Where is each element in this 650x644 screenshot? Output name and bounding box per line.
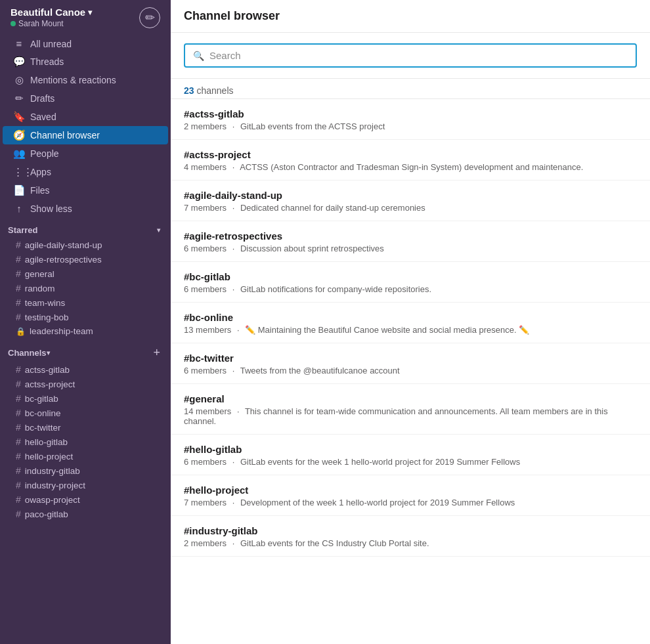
starred-toggle-icon: ▾ [157,226,160,234]
sidebar-item-threads[interactable]: 💬 Threads [3,53,168,71]
channel-industry-gitlab[interactable]: #industry-gitlab [0,463,171,478]
search-container: 🔍 [171,33,650,79]
all-unread-icon: ≡ [13,38,25,49]
channel-row-hello-project[interactable]: #hello-project 7 members · Development o… [171,475,650,516]
channel-meta: 4 members · ACTSS (Aston Contractor and … [184,162,637,172]
starred-channel-testing-bob[interactable]: # testing-bob [0,310,171,324]
channel-meta: 6 members · Tweets from the @beautifulca… [184,366,637,376]
channel-row-agile-daily[interactable]: #agile-daily-stand-up 7 members · Dedica… [171,181,650,221]
starred-channel-agile-retro[interactable]: # agile-retrospectives [0,252,171,267]
compose-button[interactable]: ✏ [139,7,160,28]
hash-icon: # [16,297,21,308]
sidebar-item-show-less[interactable]: ↑ Show less [3,200,168,217]
workspace-info: Beautiful Canoe ▾ Sarah Mount [11,7,92,28]
channel-actss-project[interactable]: #actss-project [0,377,171,391]
hash-icon: # [16,312,21,322]
starred-section-header[interactable]: Starred ▾ [0,217,171,238]
channel-bc-twitter[interactable]: #bc-twitter [0,420,171,435]
drafts-icon: ✏ [13,93,25,104]
channels-section-header[interactable]: Channels ▾ + [0,338,171,362]
show-less-icon: ↑ [13,203,25,214]
channel-name: #agile-daily-stand-up [184,190,637,201]
channel-name: #bc-twitter [184,353,637,364]
sidebar-item-files[interactable]: 📄 Files [3,181,168,200]
workspace-header: Beautiful Canoe ▾ Sarah Mount ✏ [0,0,171,32]
hash-icon: # [16,393,21,404]
channel-hello-project[interactable]: #hello-project [0,449,171,463]
files-icon: 📄 [13,184,25,196]
sidebar-item-apps[interactable]: ⋮⋮ Apps [3,163,168,181]
workspace-name[interactable]: Beautiful Canoe ▾ [11,7,92,18]
workspace-chevron-icon: ▾ [88,8,92,17]
threads-icon: 💬 [13,56,25,68]
channel-bc-gitlab[interactable]: #bc-gitlab [0,391,171,406]
channel-meta: 7 members · Development of the week 1 he… [184,498,637,507]
sidebar-item-channel-browser[interactable]: 🧭 Channel browser [3,126,168,144]
hash-icon: # [16,240,21,250]
channel-meta: 6 members · Discussion about sprint retr… [184,244,637,253]
sidebar-nav: ≡ All unread 💬 Threads ◎ Mentions & reac… [0,35,171,217]
hash-icon: # [16,451,21,462]
channel-owasp-project[interactable]: #owasp-project [0,492,171,507]
channels-list-main: #actss-gitlab 2 members · GitLab events … [171,99,650,644]
channel-paco-gitlab[interactable]: #paco-gitlab [0,507,171,521]
hash-icon: # [16,268,21,279]
channel-name: #hello-project [184,484,637,496]
channel-name: #actss-gitlab [184,108,637,119]
channel-browser-icon: 🧭 [13,129,25,141]
sidebar-item-saved[interactable]: 🔖 Saved [3,108,168,126]
channel-row-actss-project[interactable]: #actss-project 4 members · ACTSS (Aston … [171,140,650,181]
hash-icon: # [16,465,21,476]
starred-channel-agile-daily[interactable]: # agile-daily-stand-up [0,238,171,252]
main-content: Channel browser 🔍 23 channels #actss-git… [171,0,650,644]
search-icon: 🔍 [193,51,204,61]
starred-channel-random[interactable]: # random [0,281,171,295]
sidebar-item-all-unread[interactable]: ≡ All unread [3,35,168,53]
channel-name: #agile-retrospectives [184,230,637,242]
hash-icon: # [16,422,21,433]
hash-icon: # [16,408,21,418]
channel-actss-gitlab[interactable]: #actss-gitlab [0,362,171,377]
search-bar: 🔍 [184,43,637,68]
channel-row-actss-gitlab[interactable]: #actss-gitlab 2 members · GitLab events … [171,99,650,140]
people-icon: 👥 [13,148,25,160]
search-input[interactable] [209,50,628,61]
hash-icon: # [16,509,21,519]
starred-channel-leadership[interactable]: 🔒 leadership-team [0,324,171,338]
online-status-dot [11,21,16,26]
add-channel-icon[interactable]: + [153,346,160,360]
channels-count: 23 channels [171,79,650,99]
channel-row-bc-gitlab[interactable]: #bc-gitlab 6 members · GitLab notificati… [171,262,650,303]
channel-name: #general [184,393,637,404]
lock-icon: 🔒 [16,327,26,336]
channel-name: #bc-gitlab [184,271,637,282]
page-title: Channel browser [171,0,650,33]
hash-icon: # [16,480,21,490]
channel-row-agile-retro[interactable]: #agile-retrospectives 6 members · Discus… [171,221,650,262]
user-status: Sarah Mount [11,19,92,28]
channel-meta: 2 members · GitLab events for the CS Ind… [184,538,637,548]
sidebar-item-people[interactable]: 👥 People [3,144,168,163]
channel-bc-online[interactable]: #bc-online [0,406,171,420]
sidebar-item-drafts[interactable]: ✏ Drafts [3,89,168,108]
channel-meta: 2 members · GitLab events from the ACTSS… [184,121,637,131]
channel-row-general[interactable]: #general 14 members · This channel is fo… [171,384,650,435]
channel-row-bc-online[interactable]: #bc-online 13 members · ✏️ Maintaining t… [171,303,650,343]
channel-industry-project[interactable]: #industry-project [0,478,171,492]
channel-row-hello-gitlab[interactable]: #hello-gitlab 6 members · GitLab events … [171,435,650,475]
channel-meta: 6 members · GitLab events for the week 1… [184,457,637,467]
starred-channels-list: # agile-daily-stand-up # agile-retrospec… [0,238,171,338]
channel-row-bc-twitter[interactable]: #bc-twitter 6 members · Tweets from the … [171,343,650,384]
channel-name: #industry-gitlab [184,525,637,536]
starred-channel-general[interactable]: # general [0,267,171,281]
hash-icon: # [16,254,21,265]
channels-toggle-icon: ▾ [47,349,50,356]
channel-hello-gitlab[interactable]: #hello-gitlab [0,435,171,449]
starred-channel-team-wins[interactable]: # team-wins [0,295,171,310]
channel-name: #actss-project [184,149,637,160]
sidebar-item-mentions[interactable]: ◎ Mentions & reactions [3,71,168,89]
channel-meta: 13 members · ✏️ Maintaining the Beautifu… [184,325,637,335]
channels-list-sidebar: #actss-gitlab #actss-project #bc-gitlab … [0,362,171,521]
apps-icon: ⋮⋮ [13,166,25,178]
channel-row-industry-gitlab[interactable]: #industry-gitlab 2 members · GitLab even… [171,516,650,557]
